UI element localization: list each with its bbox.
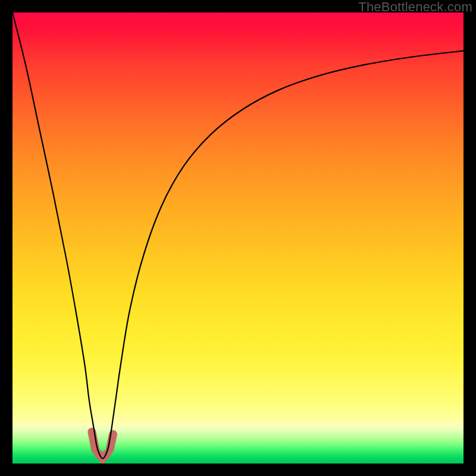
outer-frame: TheBottleneck.com: [0, 0, 476, 476]
watermark-text: TheBottleneck.com: [358, 0, 472, 14]
bottleneck-curve-path: [12, 12, 464, 459]
bottleneck-curve-svg: [12, 12, 464, 464]
plot-area: [12, 12, 464, 464]
